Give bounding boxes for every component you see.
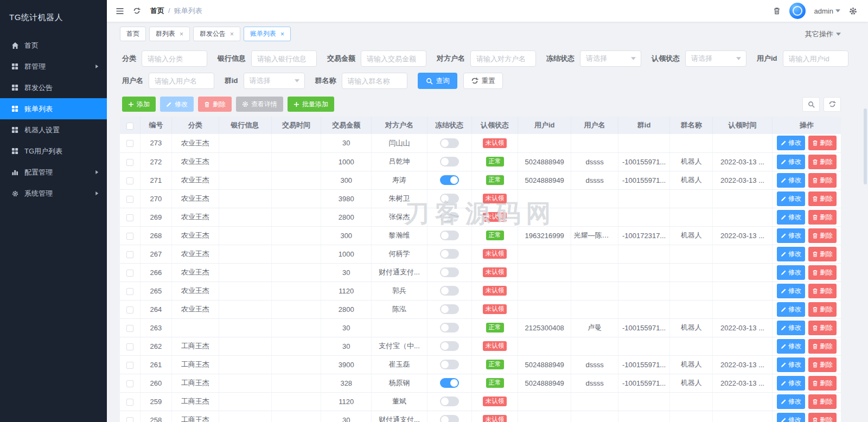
row-edit-button[interactable]: 修改 — [777, 339, 805, 354]
row-checkbox[interactable] — [126, 214, 133, 221]
row-delete-button[interactable]: 删除 — [808, 339, 837, 354]
user-menu[interactable]: admin — [814, 7, 840, 15]
sidebar-item-配置管理[interactable]: 配置管理 — [0, 162, 107, 183]
row-edit-button[interactable]: 修改 — [777, 265, 805, 280]
frozen-toggle[interactable] — [440, 415, 459, 422]
row-checkbox[interactable] — [126, 343, 133, 350]
row-edit-button[interactable]: 修改 — [777, 321, 805, 335]
frozen-toggle[interactable] — [440, 267, 459, 277]
gear-icon[interactable] — [849, 7, 857, 15]
filter-input-交易金额[interactable] — [361, 50, 426, 67]
row-edit-button[interactable]: 修改 — [777, 210, 805, 225]
hamburger-icon[interactable] — [116, 8, 124, 15]
row-delete-button[interactable]: 删除 — [808, 210, 837, 225]
filter-input-分类[interactable] — [142, 50, 207, 67]
frozen-toggle[interactable] — [440, 323, 459, 333]
row-checkbox[interactable] — [126, 362, 133, 369]
trash-icon[interactable] — [773, 7, 781, 15]
row-checkbox[interactable] — [126, 140, 133, 147]
tab-账单列表[interactable]: 账单列表× — [244, 27, 291, 41]
close-icon[interactable]: × — [280, 31, 284, 37]
row-checkbox[interactable] — [126, 288, 133, 295]
edit-button[interactable]: 修改 — [160, 97, 194, 112]
row-checkbox[interactable] — [126, 306, 133, 314]
sidebar-item-群管理[interactable]: 群管理 — [0, 56, 107, 77]
refresh-icon-button[interactable] — [824, 97, 841, 112]
row-checkbox[interactable] — [126, 177, 133, 184]
row-checkbox[interactable] — [126, 233, 133, 240]
row-delete-button[interactable]: 删除 — [808, 413, 837, 422]
row-delete-button[interactable]: 删除 — [808, 191, 837, 206]
sidebar-item-群发公告[interactable]: 群发公告 — [0, 77, 107, 98]
row-checkbox[interactable] — [126, 159, 133, 166]
sidebar-item-首页[interactable]: 首页 — [0, 35, 107, 56]
row-delete-button[interactable]: 删除 — [808, 173, 837, 188]
row-edit-button[interactable]: 修改 — [777, 191, 805, 206]
filter-select-认领状态[interactable]: 请选择 — [685, 50, 746, 67]
batch-add-button[interactable]: 批量添加 — [288, 97, 334, 112]
breadcrumb-home[interactable]: 首页 — [150, 7, 164, 15]
avatar[interactable] — [789, 3, 806, 19]
view-detail-button[interactable]: 查看详情 — [236, 97, 283, 112]
filter-input-群名称[interactable] — [342, 73, 407, 89]
filter-input-对方户名[interactable] — [470, 50, 536, 67]
tab-群列表[interactable]: 群列表× — [149, 27, 190, 41]
filter-input-用户名[interactable] — [149, 73, 214, 89]
row-edit-button[interactable]: 修改 — [777, 247, 805, 261]
scrollbar[interactable] — [864, 108, 867, 184]
frozen-toggle[interactable] — [440, 397, 459, 406]
filter-select-冻结状态[interactable]: 请选择 — [580, 50, 641, 67]
frozen-toggle[interactable] — [440, 286, 459, 296]
frozen-toggle[interactable] — [440, 212, 459, 222]
frozen-toggle[interactable] — [440, 194, 459, 203]
search-icon-button[interactable] — [802, 97, 820, 112]
tab-群发公告[interactable]: 群发公告× — [193, 27, 240, 41]
row-edit-button[interactable]: 修改 — [777, 394, 805, 409]
reset-button[interactable]: 重置 — [463, 73, 503, 89]
close-icon[interactable]: × — [180, 31, 183, 37]
row-delete-button[interactable]: 删除 — [808, 357, 837, 372]
frozen-toggle[interactable] — [440, 378, 459, 388]
frozen-toggle[interactable] — [440, 304, 459, 314]
row-edit-button[interactable]: 修改 — [777, 284, 805, 298]
filter-input-银行信息[interactable] — [251, 50, 317, 67]
row-delete-button[interactable]: 删除 — [808, 265, 837, 280]
row-checkbox[interactable] — [126, 196, 133, 203]
row-checkbox[interactable] — [126, 380, 133, 387]
add-button[interactable]: 添加 — [122, 97, 156, 112]
row-delete-button[interactable]: 删除 — [808, 247, 837, 261]
frozen-toggle[interactable] — [440, 360, 459, 369]
row-delete-button[interactable]: 删除 — [808, 155, 837, 169]
row-edit-button[interactable]: 修改 — [777, 228, 805, 243]
tab-首页[interactable]: 首页 — [120, 27, 146, 41]
row-edit-button[interactable]: 修改 — [777, 413, 805, 422]
row-edit-button[interactable]: 修改 — [777, 302, 805, 317]
row-checkbox[interactable] — [126, 325, 133, 332]
sidebar-item-机器人设置[interactable]: 机器人设置 — [0, 119, 107, 140]
row-delete-button[interactable]: 删除 — [808, 284, 837, 298]
row-checkbox[interactable] — [126, 270, 133, 277]
row-checkbox[interactable] — [126, 417, 133, 422]
row-delete-button[interactable]: 删除 — [808, 136, 837, 150]
refresh-icon[interactable] — [133, 7, 141, 15]
filter-select-群id[interactable]: 请选择 — [244, 73, 305, 89]
row-delete-button[interactable]: 删除 — [808, 302, 837, 317]
row-delete-button[interactable]: 删除 — [808, 321, 837, 335]
sidebar-item-账单列表[interactable]: 账单列表 — [0, 98, 107, 119]
frozen-toggle[interactable] — [440, 157, 459, 167]
row-delete-button[interactable]: 删除 — [808, 394, 837, 409]
row-delete-button[interactable]: 删除 — [808, 228, 837, 243]
row-checkbox[interactable] — [126, 399, 133, 406]
row-edit-button[interactable]: 修改 — [777, 155, 805, 169]
filter-input-用户id[interactable] — [783, 50, 848, 67]
delete-button[interactable]: 删除 — [198, 97, 232, 112]
row-edit-button[interactable]: 修改 — [777, 173, 805, 188]
row-edit-button[interactable]: 修改 — [777, 376, 805, 391]
frozen-toggle[interactable] — [440, 249, 459, 259]
select-all-checkbox[interactable] — [126, 123, 133, 130]
row-edit-button[interactable]: 修改 — [777, 136, 805, 150]
frozen-toggle[interactable] — [440, 341, 459, 351]
search-button[interactable]: 查询 — [418, 73, 457, 89]
sidebar-item-系统管理[interactable]: 系统管理 — [0, 183, 107, 204]
row-edit-button[interactable]: 修改 — [777, 357, 805, 372]
